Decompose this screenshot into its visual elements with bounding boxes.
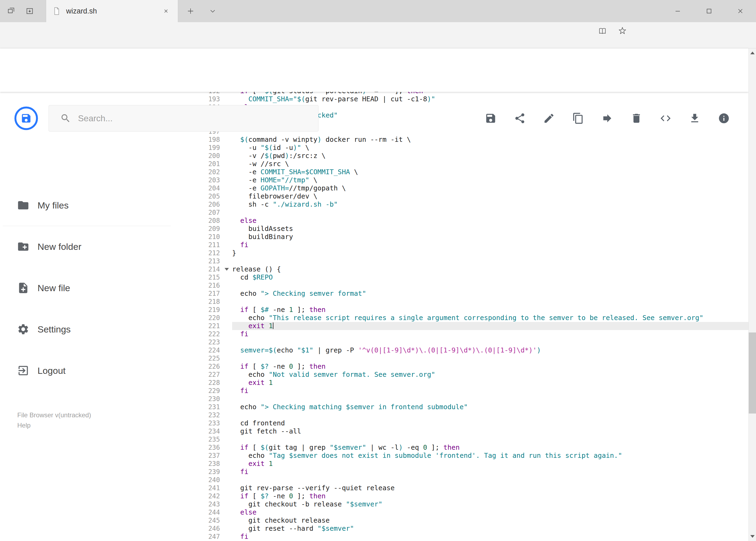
code-line[interactable]: 222 fi bbox=[173, 330, 748, 338]
code-text[interactable]: git reset --hard "$semver" bbox=[232, 525, 748, 533]
code-text[interactable]: } bbox=[232, 249, 748, 257]
info-button[interactable] bbox=[718, 112, 730, 124]
search-input[interactable] bbox=[78, 114, 299, 124]
delete-button[interactable] bbox=[630, 112, 642, 124]
code-text[interactable]: echo "Not valid semver format. See semve… bbox=[232, 370, 748, 379]
code-text[interactable] bbox=[232, 411, 748, 419]
code-line[interactable]: 209 buildAssets bbox=[173, 225, 748, 233]
code-line[interactable]: 238 exit 1 bbox=[173, 460, 748, 468]
code-line[interactable]: 236 if [ $(git tag | grep "$semver" | wc… bbox=[173, 443, 748, 452]
code-line[interactable]: 200 -v /$(pwd):/src:z \ bbox=[173, 152, 748, 160]
code-line[interactable]: 243 git checkout -b release "$semver" bbox=[173, 500, 748, 508]
favorite-star-button[interactable] bbox=[617, 26, 629, 36]
code-text[interactable]: sh -c "./wizard.sh -b" bbox=[232, 201, 748, 209]
code-line[interactable]: 215 cd $REPO bbox=[173, 273, 748, 281]
code-line[interactable]: 241 git rev-parse --verify --quiet relea… bbox=[173, 484, 748, 492]
browser-tab[interactable]: wizard.sh bbox=[46, 0, 178, 22]
edit-button[interactable] bbox=[543, 112, 555, 124]
sidebar-item-settings[interactable]: Settings bbox=[0, 314, 173, 344]
sidebar-item-new-folder[interactable]: New folder bbox=[0, 232, 173, 262]
code-line[interactable]: 244 else bbox=[173, 508, 748, 516]
code-line[interactable]: 199 -u "$(id -u)" \ bbox=[173, 144, 748, 152]
code-line[interactable]: 245 git checkout release bbox=[173, 516, 748, 525]
close-window-button[interactable] bbox=[725, 0, 756, 22]
code-text[interactable]: git checkout -b release "$semver" bbox=[232, 500, 748, 508]
code-line[interactable]: 207 bbox=[173, 209, 748, 217]
code-text[interactable]: if [ "$(git status --porcelain)" = "" ];… bbox=[232, 92, 748, 95]
code-line[interactable]: 242 if [ $? -ne 0 ]; then bbox=[173, 492, 748, 500]
code-line[interactable]: 226 if [ $? -ne 0 ]; then bbox=[173, 362, 748, 370]
code-text[interactable] bbox=[232, 257, 748, 265]
code-line[interactable]: 223 bbox=[173, 338, 748, 346]
code-line[interactable]: 237 echo "Tag $semver does not exist in … bbox=[173, 452, 748, 460]
code-line[interactable]: 232 bbox=[173, 411, 748, 419]
code-line[interactable]: 219 if [ $# -ne 1 ]; then bbox=[173, 306, 748, 314]
raw-view-button[interactable] bbox=[660, 112, 671, 124]
code-text[interactable]: -e HOME="//tmp" \ bbox=[232, 176, 748, 184]
vertical-scrollbar[interactable] bbox=[748, 48, 756, 541]
code-text[interactable]: cd frontend bbox=[232, 419, 748, 427]
code-line[interactable]: 239 fi bbox=[173, 468, 748, 476]
code-text[interactable]: if [ $(git tag | grep "$semver" | wc -l)… bbox=[232, 443, 748, 452]
fold-arrow-icon[interactable] bbox=[225, 268, 229, 270]
code-text[interactable] bbox=[232, 281, 748, 289]
code-line[interactable]: 212} bbox=[173, 249, 748, 257]
reading-view-button[interactable] bbox=[597, 26, 609, 36]
code-line[interactable]: 208 else bbox=[173, 217, 748, 225]
code-text[interactable]: fi bbox=[232, 468, 748, 476]
code-line[interactable]: 204 -e GOPATH=//tmp/gopath \ bbox=[173, 184, 748, 192]
code-text[interactable]: exit 1 bbox=[232, 460, 748, 468]
code-text[interactable] bbox=[232, 338, 748, 346]
download-button[interactable] bbox=[689, 112, 701, 124]
code-text[interactable]: git fetch --all bbox=[232, 427, 748, 435]
code-text[interactable]: if [ $? -ne 0 ]; then bbox=[232, 492, 748, 500]
maximize-button[interactable] bbox=[693, 0, 725, 22]
code-line[interactable]: 230 bbox=[173, 395, 748, 403]
copy-button[interactable] bbox=[572, 112, 584, 124]
code-text[interactable]: if [ $# -ne 1 ]; then bbox=[232, 306, 748, 314]
code-text[interactable]: buildAssets bbox=[232, 225, 748, 233]
code-line[interactable]: 210 buildBinary bbox=[173, 233, 748, 241]
code-line[interactable]: 246 git reset --hard "$semver" bbox=[173, 525, 748, 533]
help-link[interactable]: Help bbox=[17, 420, 91, 430]
code-line[interactable]: 227 echo "Not valid semver format. See s… bbox=[173, 370, 748, 379]
code-text[interactable]: fi bbox=[232, 330, 748, 338]
code-line[interactable]: 192 if [ "$(git status --porcelain)" = "… bbox=[173, 92, 748, 95]
code-line[interactable]: 203 -e HOME="//tmp" \ bbox=[173, 176, 748, 184]
code-text[interactable]: else bbox=[232, 508, 748, 516]
code-text[interactable]: -e GOPATH=//tmp/gopath \ bbox=[232, 184, 748, 192]
app-logo[interactable] bbox=[14, 106, 39, 131]
code-text[interactable]: fi bbox=[232, 241, 748, 249]
code-text[interactable]: fi bbox=[232, 387, 748, 395]
code-text[interactable]: fi bbox=[232, 533, 748, 541]
code-text[interactable] bbox=[232, 209, 748, 217]
code-text[interactable]: -u "$(id -u)" \ bbox=[232, 144, 748, 152]
code-text[interactable]: else bbox=[232, 217, 748, 225]
code-line[interactable]: 247 fi bbox=[173, 533, 748, 541]
code-text[interactable] bbox=[232, 435, 748, 443]
code-text[interactable] bbox=[232, 395, 748, 403]
code-line[interactable]: 229 fi bbox=[173, 387, 748, 395]
scroll-down-arrow-icon[interactable] bbox=[750, 535, 755, 538]
set-tabs-aside-button[interactable] bbox=[22, 0, 38, 22]
tabs-set-aside-button[interactable] bbox=[3, 0, 19, 22]
share-button[interactable] bbox=[514, 112, 526, 124]
scrollbar-thumb[interactable] bbox=[749, 332, 756, 413]
code-line[interactable]: 234 git fetch --all bbox=[173, 427, 748, 435]
code-line[interactable]: 224 semver=$(echo "$1" | grep -P '^v(0|[… bbox=[173, 346, 748, 354]
sidebar-item-new-file[interactable]: New file bbox=[0, 273, 173, 303]
code-text[interactable]: release () { bbox=[232, 265, 748, 273]
code-text[interactable] bbox=[232, 354, 748, 362]
move-button[interactable] bbox=[601, 112, 613, 124]
code-line[interactable]: 218 bbox=[173, 297, 748, 306]
code-text[interactable]: echo "> Checking semver format" bbox=[232, 289, 748, 297]
code-line[interactable]: 216 bbox=[173, 281, 748, 289]
code-text[interactable]: exit 1 bbox=[232, 322, 748, 330]
code-line[interactable]: 205 filebrowser/dev \ bbox=[173, 192, 748, 201]
new-tab-button[interactable] bbox=[182, 0, 199, 22]
code-line[interactable]: 240 bbox=[173, 476, 748, 484]
code-line[interactable]: 231 echo "> Checking matching $semver in… bbox=[173, 403, 748, 411]
tab-preview-chevron-button[interactable] bbox=[205, 0, 221, 22]
scroll-up-arrow-icon[interactable] bbox=[750, 52, 755, 54]
save-button[interactable] bbox=[485, 112, 497, 124]
